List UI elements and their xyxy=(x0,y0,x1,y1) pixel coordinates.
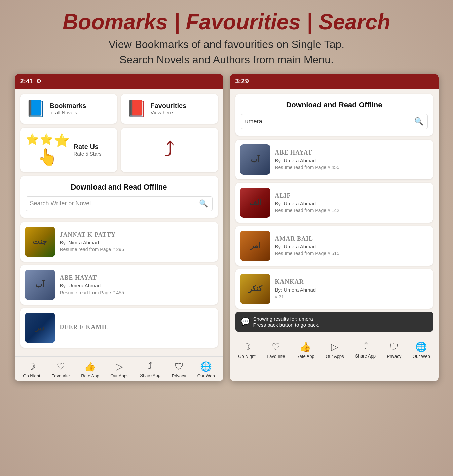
right-novel-kankar-resume: # 31 xyxy=(275,294,428,299)
novel-deer-info: DEER E KAMIL xyxy=(60,324,213,332)
novel-deer[interactable]: دیر DEER E KAMIL xyxy=(20,308,218,348)
bookmarks-favourites-row: 📘 Bookmarks of all Novels 📕 Favourities … xyxy=(20,94,218,124)
thumb-jannat: جنت xyxy=(25,227,55,257)
left-nav-rateapp[interactable]: 👍 Rate App xyxy=(81,361,99,378)
left-download-title: Download and Read Offline xyxy=(26,183,213,192)
rate-share-row: ⭐ ⭐ ⭐ 👆 Rate Us Rate 5 Stars ⤴ xyxy=(20,128,218,172)
favourites-text: Favourities View here xyxy=(151,102,187,115)
right-novel-abehayat-resume: Resume read from Page # 455 xyxy=(275,165,428,170)
rate-card[interactable]: ⭐ ⭐ ⭐ 👆 Rate Us Rate 5 Stars xyxy=(20,128,117,172)
right-download-title: Download and Read Offline xyxy=(241,101,428,109)
right-novel-kankar-title: KANKAR xyxy=(275,278,428,285)
right-privacy-icon: 🛡 xyxy=(389,341,399,352)
header-title: Boomarks | Favourities | Search xyxy=(13,10,440,34)
right-novel-amarbail-resume: Resume read from Page # 515 xyxy=(275,251,428,256)
right-time: 3:29 xyxy=(235,77,249,85)
rate-subtitle: Rate 5 Stars xyxy=(74,151,102,157)
right-novel-abehayat[interactable]: آب ABE HAYAT By: Umera Ahmad Resume read… xyxy=(235,140,433,179)
right-novel-alif-author: By: Umera Ahmad xyxy=(275,201,428,206)
left-gonight-icon: ☽ xyxy=(27,361,36,372)
right-ourapps-icon: ▷ xyxy=(331,341,338,352)
right-gonight-icon: ☽ xyxy=(242,341,251,352)
right-phone: 3:29 Download and Read Offline umera 🔍 آ… xyxy=(230,74,439,381)
right-ourweb-icon: 🌐 xyxy=(415,341,427,352)
header-section: Boomarks | Favourities | Search View Boo… xyxy=(0,0,453,74)
share-card[interactable]: ⤴ xyxy=(121,128,218,172)
right-nav-rateapp[interactable]: 👍 Rate App xyxy=(296,341,314,359)
right-novel-alif-resume: Resume read from Page # 142 xyxy=(275,208,428,213)
right-download-card: Download and Read Offline umera 🔍 xyxy=(235,94,433,136)
right-privacy-label: Privacy xyxy=(387,354,402,359)
right-nav-ourapps[interactable]: ▷ Our Apps xyxy=(326,341,344,359)
right-nav-ourweb[interactable]: 🌐 Our Web xyxy=(413,341,430,359)
thumb-abehayat: آب xyxy=(25,270,55,300)
thumb-deer: دیر xyxy=(25,313,55,343)
right-thumb-amarbail-text: امر xyxy=(250,241,260,250)
favourites-card[interactable]: 📕 Favourities View here xyxy=(121,94,218,124)
share-icon: ⤴ xyxy=(164,138,175,161)
right-novel-abehayat-title: ABE HAYAT xyxy=(275,149,428,156)
left-nav-privacy[interactable]: 🛡 Privacy xyxy=(172,361,186,378)
right-favourite-label: Favourite xyxy=(267,354,285,359)
favourites-subtitle: View here xyxy=(151,110,187,115)
left-privacy-icon: 🛡 xyxy=(174,361,184,372)
left-shareapp-icon: ⤴ xyxy=(148,361,153,372)
right-search-input-row[interactable]: umera 🔍 xyxy=(241,114,428,129)
right-thumb-alif-text: الف xyxy=(249,198,261,207)
star2: ⭐ xyxy=(40,133,53,148)
star1: ⭐ xyxy=(26,133,39,148)
phones-container: 2:41 ⚙ 📘 Bookmarks of all Novels 📕 Favou… xyxy=(0,74,453,391)
right-novel-amarbail-author: By: Umera Ahmad xyxy=(275,244,428,249)
right-nav-privacy[interactable]: 🛡 Privacy xyxy=(387,341,402,359)
right-novel-kankar-author: By: Umera Ahmad xyxy=(275,287,428,293)
right-search-value: umera xyxy=(245,118,414,125)
rate-visual: ⭐ ⭐ ⭐ 👆 xyxy=(26,133,70,167)
novel-abehayat[interactable]: آب ABE HAYAT By: Umera Ahmad Resume read… xyxy=(20,265,218,305)
right-thumb-kankar: کنکر xyxy=(240,274,270,304)
novel-jannat[interactable]: جنت JANNAT K PATTY By: Nimra Ahmad Resum… xyxy=(20,222,218,262)
right-thumb-abehayat-text: آب xyxy=(251,155,260,164)
right-novel-amarbail-title: AMAR BAIL xyxy=(275,235,428,242)
rate-title: Rate Us xyxy=(74,143,102,151)
right-nav-gonight[interactable]: ☽ Go Night xyxy=(238,341,255,359)
right-bottom-nav: ☽ Go Night ♡ Favourite 👍 Rate App ▷ Our … xyxy=(230,337,439,362)
star3: ⭐ xyxy=(54,133,70,148)
right-ourapps-label: Our Apps xyxy=(326,354,344,359)
novel-jannat-title: JANNAT K PATTY xyxy=(60,231,213,238)
novel-abehayat-author: By: Umera Ahmad xyxy=(60,283,213,288)
thumb-abehayat-text: آب xyxy=(35,280,44,289)
favourites-icon: 📕 xyxy=(126,99,147,118)
left-nav-favourite[interactable]: ♡ Favourite xyxy=(51,361,70,378)
toast-message: 💬 Showing results for: umeraPress back b… xyxy=(235,312,433,332)
left-ourapps-icon: ▷ xyxy=(116,361,123,372)
right-ourweb-label: Our Web xyxy=(413,354,430,359)
left-status-bar: 2:41 ⚙ xyxy=(15,74,223,89)
right-novel-amarbail[interactable]: امر AMAR BAIL By: Umera Ahmad Resume rea… xyxy=(235,226,433,266)
left-nav-shareapp[interactable]: ⤴ Share App xyxy=(140,361,160,378)
left-nav-ourweb[interactable]: 🌐 Our Web xyxy=(197,361,215,378)
right-novel-kankar-info: KANKAR By: Umera Ahmad # 31 xyxy=(275,278,428,299)
right-thumb-abehayat: آب xyxy=(240,144,270,175)
right-novel-amarbail-info: AMAR BAIL By: Umera Ahmad Resume read fr… xyxy=(275,235,428,256)
rate-hand-icon: 👆 xyxy=(37,148,58,167)
right-novel-alif-info: ALIF By: Umera Ahmad Resume read from Pa… xyxy=(275,192,428,213)
right-novel-kankar[interactable]: کنکر KANKAR By: Umera Ahmad # 31 xyxy=(235,269,433,309)
left-favourite-label: Favourite xyxy=(51,373,70,378)
right-nav-favourite[interactable]: ♡ Favourite xyxy=(267,341,285,359)
right-nav-shareapp[interactable]: ⤴ Share App xyxy=(355,341,376,359)
left-download-card: Download and Read Offline Search Writer … xyxy=(20,176,218,218)
novel-deer-title: DEER E KAMIL xyxy=(60,324,213,331)
right-gonight-label: Go Night xyxy=(238,354,255,359)
right-rateapp-icon: 👍 xyxy=(299,341,311,352)
left-phone-content: 📘 Bookmarks of all Novels 📕 Favourities … xyxy=(15,89,223,356)
left-phone: 2:41 ⚙ 📘 Bookmarks of all Novels 📕 Favou… xyxy=(15,74,223,381)
left-nav-gonight[interactable]: ☽ Go Night xyxy=(23,361,40,378)
right-novel-alif[interactable]: الف ALIF By: Umera Ahmad Resume read fro… xyxy=(235,183,433,223)
left-search-input-row[interactable]: Search Writer or Novel 🔍 xyxy=(26,196,213,211)
bookmarks-card[interactable]: 📘 Bookmarks of all Novels xyxy=(20,94,117,124)
toast-text: Showing results for: umeraPress back but… xyxy=(253,316,320,328)
left-bottom-nav: ☽ Go Night ♡ Favourite 👍 Rate App ▷ Our … xyxy=(15,356,223,381)
left-nav-ourapps[interactable]: ▷ Our Apps xyxy=(110,361,128,378)
right-shareapp-icon: ⤴ xyxy=(363,341,368,352)
right-favourite-icon: ♡ xyxy=(272,341,280,352)
